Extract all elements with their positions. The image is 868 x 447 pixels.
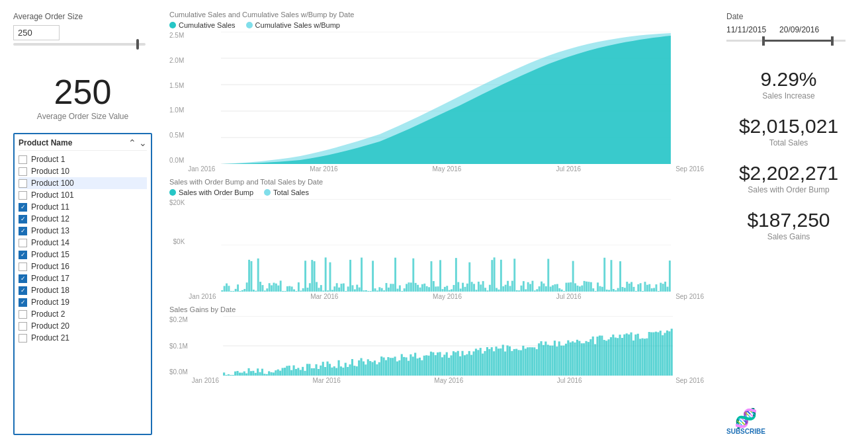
kpi-sales-bump-label: Sales with Order Bump	[726, 185, 851, 194]
chart2-host	[187, 245, 705, 292]
product-checkbox[interactable]	[19, 322, 27, 331]
svg-rect-266	[347, 367, 349, 376]
svg-rect-275	[367, 359, 369, 376]
chart1-sales-area	[221, 36, 671, 164]
svg-rect-158	[559, 288, 561, 292]
product-checkbox[interactable]	[19, 298, 27, 307]
svg-rect-333	[498, 348, 499, 376]
product-item[interactable]: Product 10	[19, 165, 147, 177]
svg-rect-239	[286, 366, 288, 376]
product-list-scroll[interactable]: Product 1Product 10Product 100Product 10…	[19, 153, 147, 344]
product-item[interactable]: Product 21	[19, 332, 147, 344]
product-item[interactable]: Product 11	[19, 201, 147, 213]
svg-rect-299	[421, 360, 423, 376]
svg-rect-254	[320, 366, 322, 376]
svg-rect-212	[225, 375, 227, 376]
y2-label2: $0K	[169, 238, 185, 245]
product-item[interactable]: Product 19	[19, 296, 147, 308]
date-thumb-left[interactable]	[762, 36, 765, 46]
svg-rect-123	[480, 284, 482, 292]
svg-rect-366	[572, 341, 574, 376]
product-checkbox[interactable]	[19, 155, 27, 164]
product-name: Product 16	[31, 262, 69, 271]
svg-rect-33	[278, 286, 280, 292]
svg-rect-397	[641, 339, 643, 376]
date-from: 11/11/2015	[726, 25, 766, 34]
svg-rect-201	[656, 284, 658, 292]
date-thumb-right[interactable]	[831, 36, 834, 46]
product-checkbox[interactable]	[19, 334, 27, 343]
svg-rect-173	[593, 288, 595, 292]
svg-rect-196	[644, 282, 646, 292]
svg-rect-215	[232, 375, 234, 376]
chart3-y-axis: $0.2M $0.1M $0.0M	[169, 316, 191, 376]
svg-rect-263	[340, 366, 342, 376]
product-item[interactable]: Product 17	[19, 272, 147, 284]
svg-rect-310	[445, 352, 447, 376]
svg-rect-157	[556, 284, 558, 292]
svg-rect-373	[587, 342, 589, 376]
product-checkbox[interactable]	[19, 251, 27, 259]
avg-order-input[interactable]: 250	[13, 25, 60, 40]
svg-rect-57	[331, 290, 333, 292]
svg-rect-36	[284, 291, 286, 292]
svg-rect-243	[295, 369, 297, 376]
sort-desc-icon[interactable]: ⌄	[139, 138, 147, 147]
chart1-section: Cumulative Sales and Cumulative Sales w/…	[169, 11, 705, 173]
product-checkbox[interactable]	[19, 310, 27, 319]
svg-rect-130	[496, 288, 498, 292]
date-filter-label: Date	[726, 12, 851, 21]
svg-rect-312	[450, 355, 452, 376]
svg-rect-12	[230, 291, 232, 292]
product-item[interactable]: Product 16	[19, 261, 147, 272]
svg-rect-124	[482, 281, 484, 292]
svg-rect-405	[659, 331, 661, 376]
kpi-sales-increase-label: Sales Increase	[726, 91, 851, 101]
product-checkbox[interactable]	[19, 274, 27, 283]
product-checkbox[interactable]	[19, 239, 27, 247]
svg-rect-276	[369, 361, 371, 376]
chart3-x5: Sep 2016	[675, 377, 704, 384]
svg-rect-41	[296, 291, 298, 292]
svg-rect-265	[344, 363, 346, 376]
date-slider[interactable]	[726, 40, 846, 42]
svg-rect-269	[353, 366, 355, 376]
svg-rect-291	[403, 357, 405, 376]
product-checkbox[interactable]	[19, 263, 27, 271]
sort-asc-icon[interactable]: ⌃	[128, 138, 136, 147]
y1-label2: 2.0M	[169, 57, 184, 64]
product-item[interactable]: Product 1	[19, 153, 147, 165]
svg-rect-234	[275, 370, 277, 376]
product-item[interactable]: Product 100	[19, 177, 147, 189]
product-checkbox[interactable]	[19, 286, 27, 295]
svg-rect-370	[580, 343, 582, 376]
subscribe-button[interactable]: 🧬 SUBSCRIBE	[726, 409, 765, 435]
avg-order-slider[interactable]	[13, 43, 146, 46]
product-checkbox[interactable]	[19, 167, 27, 176]
product-checkbox[interactable]	[19, 191, 27, 200]
svg-rect-22	[253, 290, 255, 292]
svg-rect-30	[271, 285, 273, 292]
product-checkbox[interactable]	[19, 215, 27, 224]
product-checkbox[interactable]	[19, 203, 27, 212]
product-item[interactable]: Product 12	[19, 213, 147, 225]
product-item[interactable]: Product 2	[19, 308, 147, 320]
svg-rect-326	[482, 354, 484, 376]
svg-rect-348	[531, 347, 533, 376]
svg-rect-294	[410, 354, 412, 376]
product-item[interactable]: Product 101	[19, 189, 147, 201]
product-list-header: Product Name ⌃ ⌄	[19, 138, 147, 151]
svg-rect-365	[569, 343, 571, 376]
product-item[interactable]: Product 13	[19, 225, 147, 237]
product-item[interactable]: Product 14	[19, 237, 147, 249]
svg-rect-375	[591, 337, 593, 376]
svg-rect-374	[589, 339, 591, 376]
product-checkbox[interactable]	[19, 179, 27, 188]
product-checkbox[interactable]	[19, 227, 27, 235]
chart1-title: Cumulative Sales and Cumulative Sales w/…	[169, 11, 705, 19]
product-item[interactable]: Product 20	[19, 320, 147, 332]
chart1-x5: Sep 2016	[675, 165, 704, 173]
svg-rect-77	[376, 290, 378, 292]
product-item[interactable]: Product 15	[19, 249, 147, 261]
product-item[interactable]: Product 18	[19, 284, 147, 296]
